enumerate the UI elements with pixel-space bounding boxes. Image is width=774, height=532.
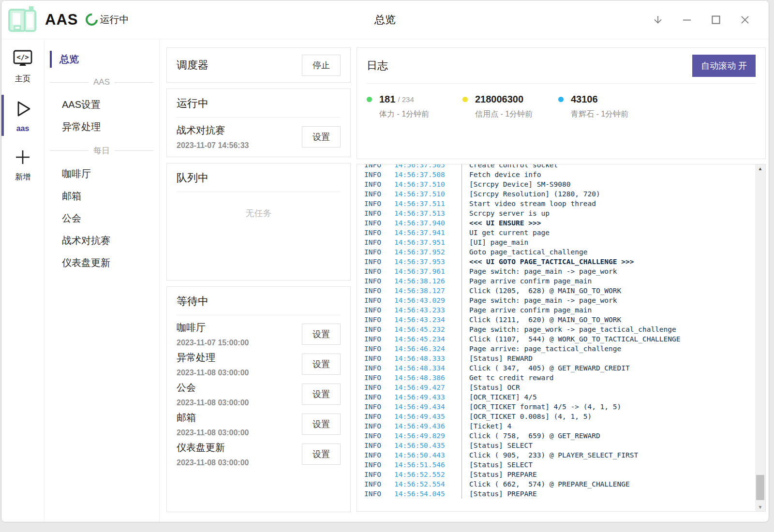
rail-item-aas[interactable]: aas [1,93,44,138]
running-task-row: 战术对抗赛 2023-11-07 14:56:33 设置 [177,124,341,150]
log-message: Page switch: page_work -> page_tactical_… [461,325,676,334]
divider [177,192,341,192]
scroll-down-icon[interactable]: ▼ [755,504,765,510]
log-row: INFO14:56:37.940<<< UI ENSURE >>> [364,218,755,228]
log-message: Get tc credit reward [461,373,554,383]
log-level: INFO [364,276,394,286]
waiting-settings-button[interactable]: 设置 [302,354,341,375]
stat-top: 218006300 [462,94,558,105]
minimize-icon[interactable] [681,14,693,26]
waiting-settings-button[interactable]: 设置 [302,384,341,405]
scrollbar-thumb[interactable] [756,475,764,500]
log-message: Click (1107, 544) @ WORK_GO_TO_TACTICAL_… [461,334,681,344]
log-row: INFO14:56:49.436[Ticket] 4 [364,421,755,431]
close-icon[interactable] [739,14,751,26]
waiting-task-list: 咖啡厅2023-11-07 15:00:00设置异常处理2023-11-08 0… [177,321,341,467]
waiting-title: 等待中 [177,294,341,309]
waiting-settings-button[interactable]: 设置 [302,443,341,465]
log-timestamp: 14:56:50.443 [394,450,455,460]
log-level: INFO [364,383,394,392]
running-task-name: 战术对抗赛 [177,124,249,137]
log-timestamp: 14:56:49.436 [394,421,455,431]
waiting-settings-button[interactable]: 设置 [302,414,341,435]
log-message: Page arrive: page_tactical_challenge [461,344,621,354]
stat-top: 181/ 234 [367,94,462,105]
queue-card: 队列中 无任务 [166,163,351,281]
scroll-up-icon[interactable]: ▲ [755,166,765,171]
waiting-task-info: 邮箱2023-11-08 03:00:00 [177,411,249,437]
divider-label: 每日 [93,145,110,156]
log-level: INFO [364,325,394,334]
log-row: INFO14:56:37.953<<< UI GOTO PAGE_TACTICA… [364,257,755,266]
log-message: Start video stream loop thread [461,199,596,208]
log-message: Click ( 758, 659) @ GET_REWARD [461,431,600,441]
autoscroll-toggle-button[interactable]: 自动滚动 开 [692,55,756,77]
sidebar-item-exception-handling[interactable]: 异常处理 [45,116,159,138]
maximize-icon[interactable] [710,14,722,26]
log-level: INFO [364,363,394,373]
log-message: [Status] PREPARE [461,470,537,479]
log-timestamp: 14:56:37.508 [394,170,455,179]
running-settings-button[interactable]: 设置 [302,126,341,148]
task-column: 调度器 停止 运行中 战术对抗赛 2023-11-07 14:56:33 设置 … [166,47,351,512]
log-row: INFO14:56:38.127Click (1205, 628) @ MAIN… [364,286,755,296]
log-timestamp: 14:56:37.961 [394,266,455,276]
resource-stats: 181/ 234体力 - 1分钟前218006300信用点 - 1分钟前4310… [367,94,756,119]
app-name: AAS [45,11,78,29]
log-level: INFO [364,208,394,218]
running-status-label: 运行中 [100,13,129,26]
log-row: INFO14:56:37.508Fetch device info [364,170,755,179]
log-row: INFO14:56:49.427[Status] OCR [364,383,755,392]
download-icon[interactable] [652,14,664,26]
log-row: INFO14:56:37.961Page switch: page_main -… [364,266,755,276]
waiting-task-info: 公会2023-11-08 03:00:00 [177,381,249,407]
divider [177,117,341,118]
waiting-task-row-dashboard-update: 仪表盘更新2023-11-08 03:00:00设置 [177,441,341,467]
log-level: INFO [364,421,394,431]
log-level: INFO [364,479,394,489]
rail-item-home[interactable]: </>主页 [1,44,44,89]
log-message: [Status] OCR [461,383,520,392]
log-header-row: 日志 自动滚动 开 [367,48,756,83]
log-level: INFO [364,218,394,228]
log-timestamp: 14:56:49.435 [394,412,455,421]
stop-button[interactable]: 停止 [302,55,341,76]
log-row: INFO14:56:48.333[Status] REWARD [364,354,755,363]
divider-line [50,82,89,83]
sidebar-item-overview[interactable]: 总览 [45,48,159,70]
log-message: [Status] SELECT [461,441,533,450]
waiting-settings-button[interactable]: 设置 [302,324,341,345]
plus-icon [13,148,32,169]
sidebar-item-mailbox[interactable]: 邮箱 [45,185,159,207]
log-row: INFO14:56:37.505Create control socket [364,164,755,170]
log-timestamp: 14:56:37.953 [394,257,455,266]
log-row: INFO14:56:43.233Page arrive confirm page… [364,305,755,315]
log-level: INFO [364,402,394,412]
log-scrollbar[interactable]: ▲ ▼ [755,164,765,511]
log-timestamp: 14:56:43.234 [394,315,455,325]
rail-item-add[interactable]: 新增 [1,142,44,187]
log-timestamp: 14:56:37.951 [394,237,455,247]
running-task-time: 2023-11-07 14:56:33 [177,141,249,150]
stat-label: 青辉石 - 1分钟前 [571,109,654,119]
sidebar-item-cafe[interactable]: 咖啡厅 [45,163,159,185]
waiting-task-time: 2023-11-08 03:00:00 [177,458,249,467]
log-row: INFO14:56:49.434[OCR_TICKET format] 4/5 … [364,402,755,412]
log-level: INFO [364,237,394,247]
log-message: Create control socket [461,164,558,170]
log-level: INFO [364,305,394,315]
waiting-task-row-mailbox: 邮箱2023-11-08 03:00:00设置 [177,411,341,437]
log-message: <<< UI ENSURE >>> [461,218,541,228]
sidebar-item-guild[interactable]: 公会 [45,207,159,229]
log-timestamp: 14:56:37.511 [394,199,455,208]
log-message: [UI] page_main [461,237,528,247]
log-timestamp: 14:56:48.386 [394,373,455,383]
sidebar-item-aas-settings[interactable]: AAS设置 [45,94,159,116]
log-level: INFO [364,296,394,305]
queue-empty-label: 无任务 [177,207,341,219]
log-level: INFO [364,373,394,383]
log-timestamp: 14:56:49.427 [394,383,455,392]
sidebar-item-tactical-challenge[interactable]: 战术对抗赛 [45,230,159,251]
waiting-task-name: 仪表盘更新 [177,441,249,454]
sidebar-item-dashboard-update[interactable]: 仪表盘更新 [45,252,159,274]
